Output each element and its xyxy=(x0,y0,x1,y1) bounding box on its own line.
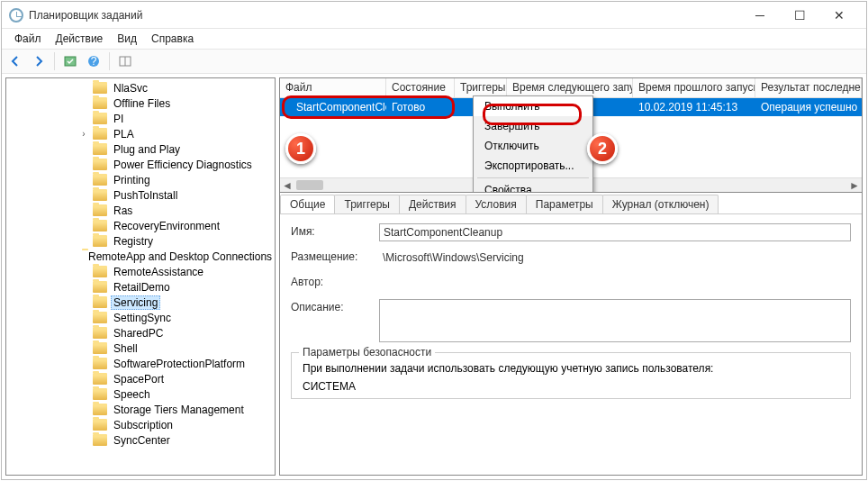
label-author: Автор: xyxy=(291,274,379,292)
ctx-separator xyxy=(477,177,589,178)
tree-item[interactable]: RecoveryEnvironment xyxy=(6,218,275,233)
tree-item-label: SoftwareProtectionPlatform xyxy=(111,358,248,370)
folder-icon xyxy=(93,434,107,446)
tree-item[interactable]: SettingSync xyxy=(6,310,275,325)
ctx-props[interactable]: Свойства xyxy=(474,180,592,193)
tree-item-label: PI xyxy=(111,113,126,125)
cell-name: StartComponentCleanup xyxy=(280,99,386,115)
titlebar: Планировщик заданий ─ ☐ ✕ xyxy=(2,2,866,29)
ctx-export[interactable]: Экспортировать... xyxy=(474,156,592,176)
maximize-button[interactable]: ☐ xyxy=(780,3,819,28)
minimize-button[interactable]: ─ xyxy=(740,3,780,28)
tree-view[interactable]: NlaSvcOffline FilesPI›PLAPlug and PlayPo… xyxy=(5,77,276,476)
tree-item[interactable]: PI xyxy=(6,111,275,126)
back-button[interactable] xyxy=(5,51,25,71)
ctx-run[interactable]: Выполнить xyxy=(474,96,592,116)
tree-item[interactable]: Speech xyxy=(6,386,275,402)
tree-item[interactable]: ›PLA xyxy=(6,126,275,141)
tree-item[interactable]: Servicing xyxy=(6,295,275,310)
panel-button[interactable] xyxy=(115,51,135,71)
label-description: Описание: xyxy=(291,299,379,345)
toolbar: ? xyxy=(2,49,866,74)
tree-item-label: Subscription xyxy=(111,419,176,431)
col-lastrun[interactable]: Время прошлого запуска xyxy=(633,78,755,97)
task-grid: Файл Состояние Триггеры Время следующего… xyxy=(279,77,863,193)
tab-triggers[interactable]: Триггеры xyxy=(334,195,400,213)
tree-item-label: RetailDemo xyxy=(111,281,173,294)
tab-general[interactable]: Общие xyxy=(280,195,335,213)
ctx-end[interactable]: Завершить xyxy=(474,116,592,136)
security-text: При выполнении задачи использовать следу… xyxy=(303,362,839,375)
field-description[interactable] xyxy=(379,299,851,342)
ctx-disable[interactable]: Отключить xyxy=(474,136,592,156)
tree-item[interactable]: Plug and Play xyxy=(6,141,275,157)
menu-file[interactable]: Файл xyxy=(7,30,49,48)
tree-item[interactable]: Printing xyxy=(6,172,275,187)
col-status[interactable]: Состояние xyxy=(386,78,455,97)
col-name[interactable]: Файл xyxy=(280,78,386,97)
tab-history[interactable]: Журнал (отключен) xyxy=(602,195,719,213)
tree-item[interactable]: Offline Files xyxy=(6,95,275,111)
tree-item[interactable]: Shell xyxy=(6,340,275,356)
tree-item[interactable]: RemoteAssistance xyxy=(6,264,275,279)
tree-item-label: RecoveryEnvironment xyxy=(111,220,222,232)
tree-item-label: PLA xyxy=(111,128,137,141)
cell-status: Готово xyxy=(386,99,455,115)
tree-item[interactable]: Storage Tiers Management xyxy=(6,402,275,417)
tree-item[interactable]: SharedPC xyxy=(6,325,275,340)
label-name: Имя: xyxy=(291,223,379,241)
tree-item[interactable]: SoftwareProtectionPlatform xyxy=(6,356,275,371)
cell-result: Операция успешно xyxy=(755,99,862,115)
tab-conditions[interactable]: Условия xyxy=(466,195,527,213)
callout-1: 1 xyxy=(285,133,316,164)
col-result[interactable]: Результат последне xyxy=(755,78,862,97)
tree-item[interactable]: NlaSvc xyxy=(6,80,275,95)
menubar: Файл Действие Вид Справка xyxy=(2,29,866,49)
menu-action[interactable]: Действие xyxy=(49,30,111,48)
tree-item-label: RemoteAssistance xyxy=(111,266,206,278)
help-button[interactable]: ? xyxy=(84,51,104,71)
menu-view[interactable]: Вид xyxy=(110,30,144,48)
tree-item[interactable]: Subscription xyxy=(6,417,275,432)
tree-item[interactable]: RetailDemo xyxy=(6,279,275,295)
folder-icon xyxy=(93,97,107,109)
col-triggers[interactable]: Триггеры xyxy=(455,78,507,97)
tree-item[interactable]: Ras xyxy=(6,203,275,218)
tree-item-label: Ras xyxy=(111,204,135,217)
close-button[interactable]: ✕ xyxy=(819,3,859,28)
tree-item-label: NlaSvc xyxy=(111,82,150,95)
tree-item[interactable]: SpacePort xyxy=(6,371,275,386)
security-account: СИСТЕМА xyxy=(303,380,839,393)
tab-actions[interactable]: Действия xyxy=(399,195,466,213)
tree-item-label: Storage Tiers Management xyxy=(111,404,247,416)
folder-icon xyxy=(93,189,107,201)
folder-icon xyxy=(93,419,107,431)
tree-item[interactable]: Power Efficiency Diagnostics xyxy=(6,157,275,172)
folder-icon xyxy=(93,82,107,94)
folder-icon xyxy=(93,235,107,247)
cell-lastrun: 10.02.2019 11:45:13 xyxy=(633,99,755,115)
tree-item[interactable]: PushToInstall xyxy=(6,187,275,203)
tree-item-label: SpacePort xyxy=(111,373,167,386)
tree-item[interactable]: RemoteApp and Desktop Connections xyxy=(6,249,275,264)
tab-settings[interactable]: Параметры xyxy=(526,195,603,213)
folder-icon xyxy=(93,266,107,277)
tree-item-label: Speech xyxy=(111,388,153,401)
folder-icon xyxy=(93,220,107,231)
folder-icon xyxy=(93,159,107,170)
menu-help[interactable]: Справка xyxy=(144,30,201,48)
callout-2: 2 xyxy=(587,133,618,164)
forward-button[interactable] xyxy=(29,51,49,71)
refresh-button[interactable] xyxy=(60,51,80,71)
app-icon xyxy=(9,8,23,23)
security-legend: Параметры безопасности xyxy=(299,346,435,358)
folder-icon xyxy=(93,312,107,323)
field-name[interactable] xyxy=(379,223,851,241)
tree-item-label: RemoteApp and Desktop Connections xyxy=(86,250,275,263)
tree-item[interactable]: SyncCenter xyxy=(6,432,275,448)
field-author xyxy=(379,274,851,292)
col-nextrun[interactable]: Время следующего запуска xyxy=(507,78,633,97)
folder-icon xyxy=(93,296,107,308)
tree-item[interactable]: Registry xyxy=(6,233,275,249)
folder-icon xyxy=(93,388,107,400)
